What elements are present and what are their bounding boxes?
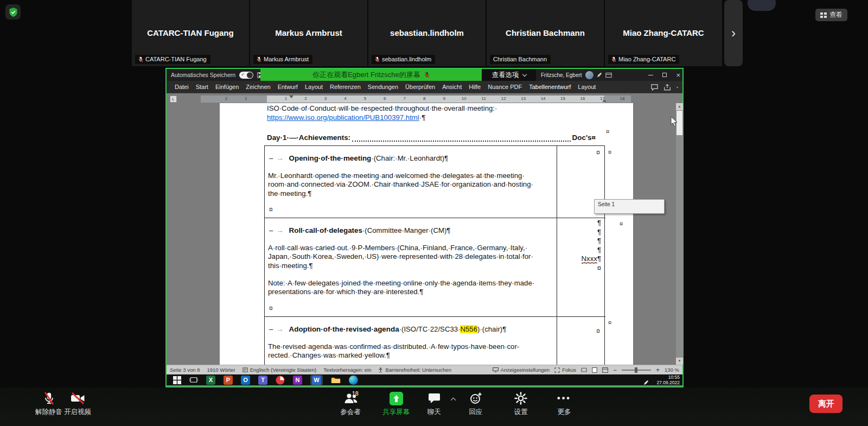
agenda-item-paragraph: A·roll·call·was·caried·out.·9·P-Members·… — [268, 244, 533, 270]
gear-icon — [514, 391, 527, 406]
status-page[interactable]: Seite 3 von 8 — [170, 367, 200, 373]
tab-ansicht[interactable]: Ansicht — [442, 84, 462, 90]
agenda-item-title: –→Adoption·of·the·revised·agenda·(ISO/TC… — [269, 325, 506, 333]
start-button-icon[interactable] — [173, 376, 181, 384]
scroll-page-tooltip: Seite 1 — [594, 199, 665, 214]
chat-options-chevron-icon[interactable] — [451, 398, 456, 403]
muted-mic-icon — [257, 56, 261, 62]
more-button[interactable]: ••• 更多 — [545, 391, 583, 422]
agenda-item-note: Note:·A·few·delegates·joined·the·meeting… — [268, 279, 534, 297]
tab-ueberpruefen[interactable]: Überprüfen — [405, 84, 435, 90]
right-indent-marker[interactable] — [602, 99, 607, 102]
reactions-button[interactable]: 回应 — [457, 391, 495, 422]
participants-button[interactable]: 18 参会者 — [324, 391, 376, 422]
autosave-toggle[interactable] — [239, 72, 253, 79]
tab-zeichnen[interactable]: Zeichnen — [246, 84, 270, 90]
tab-sendungen[interactable]: Sendungen — [368, 84, 398, 90]
horizontal-ruler[interactable]: 2 1 123456789101112131415161718 — [201, 96, 631, 103]
participant-tile[interactable]: Christian Bachmann Christian Bachmann — [487, 0, 604, 66]
participant-tile[interactable]: Miao Zhang-CATARC Miao Zhang-CATARC — [605, 0, 722, 66]
pen-icon[interactable] — [597, 72, 602, 78]
zoom-in-icon[interactable]: + — [656, 366, 660, 374]
web-layout-icon[interactable] — [602, 367, 608, 373]
mouse-cursor — [671, 117, 678, 129]
participant-name: Miao Zhang-CATARC — [605, 28, 722, 37]
accessibility-icon — [378, 367, 383, 373]
status-predictions[interactable]: Textvorhersagen: ein — [323, 367, 371, 373]
viewing-screen-banner: 你正在观看Egbert Fritzsche的屏幕 — [260, 69, 482, 81]
tab-tabellenentwurf[interactable]: Tabellenentwurf — [529, 84, 571, 90]
participant-tile[interactable]: Markus Armbrust Markus Armbrust — [250, 0, 367, 66]
task-view-icon[interactable] — [189, 376, 198, 384]
zoom-level[interactable]: 130 % — [665, 367, 679, 373]
tab-datei[interactable]: Datei — [175, 84, 189, 90]
onenote-icon[interactable]: N — [293, 376, 302, 385]
minimize-icon[interactable] — [648, 75, 653, 75]
reactions-icon — [469, 391, 482, 406]
teams-icon[interactable]: T — [258, 376, 267, 385]
status-accessibility[interactable]: Barrierefreiheit: Untersuchen — [378, 367, 451, 373]
settings-button[interactable]: 设置 — [502, 391, 540, 422]
red-app-icon[interactable] — [276, 376, 285, 385]
status-words[interactable]: 1910 Wörter — [207, 367, 235, 373]
share-screen-button[interactable]: 共享屏幕 — [373, 391, 419, 422]
participant-name-label: Christian Bachmann — [490, 55, 551, 64]
scroll-up-icon[interactable]: ▲ — [676, 103, 683, 110]
participant-tile[interactable]: sebastian.lindholm sebastian.lindholm — [368, 0, 486, 66]
view-layout-button[interactable]: 查看 — [815, 9, 847, 21]
edge-icon[interactable] — [349, 376, 358, 385]
file-explorer-icon[interactable] — [331, 376, 341, 384]
dot-leader — [352, 136, 571, 142]
doc-reference-nxxx: Nxxx — [582, 255, 597, 263]
read-mode-icon[interactable] — [581, 367, 587, 373]
first-line-indent-marker[interactable] — [289, 96, 293, 98]
status-display-settings[interactable]: Anzeigeeinstellungen — [493, 367, 550, 373]
docs-column-marks: ¶ ¶ ¶ ¶ Nxxx¶ ¤ — [582, 219, 601, 272]
tab-nuance-pdf[interactable]: Nuance PDF — [488, 84, 522, 90]
start-video-button[interactable]: 开启视频 — [53, 391, 102, 422]
vertical-scrollbar[interactable]: ▲ ▼ — [676, 103, 683, 365]
doc-heading-row: Day·1·—·Achievements: Doc's¤ — [267, 133, 596, 142]
participants-icon: 18 — [343, 391, 358, 406]
status-proofing[interactable]: Englisch (Vereinigte Staaten) — [242, 367, 317, 373]
muted-mic-icon — [611, 56, 616, 62]
tab-entwurf[interactable]: Entwurf — [278, 84, 298, 90]
tab-referenzen[interactable]: Referenzen — [330, 84, 361, 90]
tab-start[interactable]: Start — [196, 84, 208, 90]
taskbar-clock[interactable]: 10:55 27.09.2022 — [656, 375, 680, 385]
view-options-button[interactable]: 查看选项 — [482, 69, 536, 81]
status-focus[interactable]: Fokus — [554, 367, 576, 373]
chat-button[interactable]: 聊天 — [415, 391, 453, 422]
excel-icon[interactable]: X — [206, 376, 215, 385]
reaction-bubble — [748, 0, 776, 11]
gallery-next-button[interactable]: › — [724, 0, 743, 66]
scroll-down-icon[interactable]: ▼ — [676, 358, 683, 365]
outlook-icon[interactable]: O — [241, 376, 250, 385]
tab-hilfe[interactable]: Hilfe — [469, 84, 481, 90]
word-title-bar: Automatisches Speichern ↺▾ ↻ ▾ 你正在观看Egbe… — [167, 69, 682, 81]
word-taskbar-active[interactable]: W — [310, 375, 323, 385]
leave-meeting-button[interactable]: 离开 — [809, 395, 843, 413]
iso-code-of-conduct-link[interactable]: https://www.iso.org/publication/PUB10039… — [267, 113, 419, 122]
close-icon[interactable]: × — [676, 71, 680, 79]
tab-einfuegen[interactable]: Einfügen — [215, 84, 239, 90]
share-icon[interactable] — [663, 84, 671, 91]
word-icon: W — [312, 376, 321, 385]
muted-mic-icon — [44, 391, 54, 406]
comments-icon[interactable] — [651, 84, 658, 91]
tab-layout-table[interactable]: Layout — [578, 84, 596, 90]
meeting-security-icon[interactable] — [5, 4, 21, 20]
zoom-slider[interactable] — [622, 370, 651, 371]
restore-icon[interactable] — [662, 73, 667, 77]
muted-camera-icon — [71, 391, 85, 406]
tab-stop-selector[interactable]: L — [170, 96, 177, 103]
tab-layout[interactable]: Layout — [305, 84, 323, 90]
presenter-account[interactable]: Fritzsche, Egbert — [541, 69, 612, 81]
document-page[interactable]: ISO·Code·of·Conduct·will·be·respected·th… — [220, 103, 633, 365]
chevron-down-icon[interactable]: ▾ — [676, 85, 678, 89]
zoom-out-icon[interactable]: − — [613, 366, 617, 374]
powerpoint-icon[interactable]: P — [224, 376, 233, 385]
ribbon-display-options-icon[interactable] — [605, 73, 612, 78]
participant-tile[interactable]: CATARC-TIAN Fugang CATARC-TIAN Fugang — [132, 0, 249, 66]
print-layout-icon[interactable] — [592, 367, 597, 373]
